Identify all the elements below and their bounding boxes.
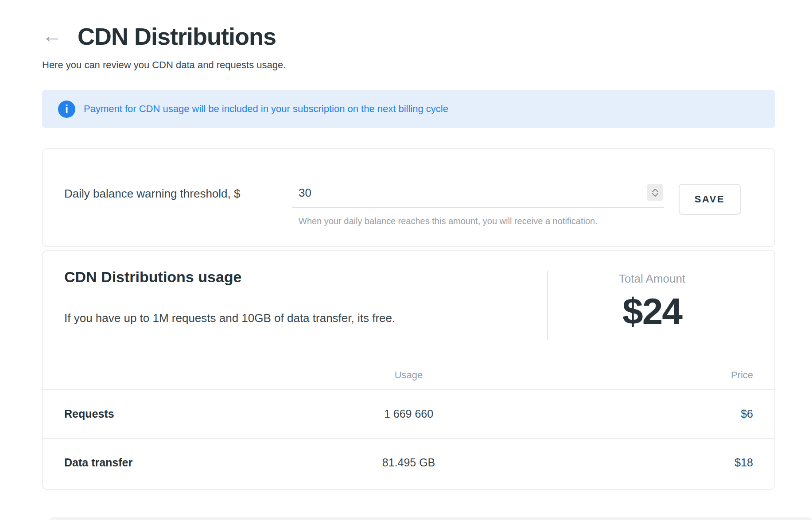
row-price: $6 bbox=[532, 407, 753, 420]
usage-table: Usage Price Requests 1 669 660 $6 Data t… bbox=[43, 361, 774, 486]
total-amount-value: $24 bbox=[548, 290, 756, 333]
save-button[interactable]: SAVE bbox=[679, 184, 741, 215]
page-header: ← CDN Distributions bbox=[42, 23, 775, 50]
threshold-input[interactable] bbox=[292, 183, 635, 200]
threshold-label: Daily balance warning threshold, $ bbox=[64, 187, 240, 201]
total-amount-label: Total Amount bbox=[548, 272, 756, 286]
threshold-input-wrapper bbox=[292, 183, 664, 208]
total-amount-block: Total Amount $24 bbox=[548, 272, 756, 333]
threshold-stepper[interactable] bbox=[647, 184, 663, 201]
threshold-hint: When your daily balance reaches this amo… bbox=[299, 216, 598, 226]
usage-card: CDN Distributions usage If you have up t… bbox=[42, 250, 775, 490]
table-header-row: Usage Price bbox=[43, 361, 774, 390]
page-subtitle: Here you can review you CDN data and req… bbox=[42, 59, 775, 71]
back-arrow-icon[interactable]: ← bbox=[42, 24, 62, 48]
header-usage: Usage bbox=[286, 369, 532, 381]
page-title: CDN Distributions bbox=[78, 23, 276, 50]
info-banner-text: Payment for CDN usage will be included i… bbox=[84, 103, 448, 115]
next-card-edge bbox=[50, 517, 812, 520]
info-icon: i bbox=[58, 101, 75, 118]
table-row: Data transfer 81.495 GB $18 bbox=[43, 439, 774, 486]
table-row: Requests 1 669 660 $6 bbox=[43, 390, 774, 439]
row-usage: 81.495 GB bbox=[286, 456, 532, 469]
row-name: Requests bbox=[64, 407, 286, 420]
stepper-up-icon[interactable] bbox=[652, 188, 659, 192]
row-name: Data transfer bbox=[64, 456, 286, 469]
usage-card-description: If you have up to 1M requests and 10GB o… bbox=[64, 311, 395, 325]
row-price: $18 bbox=[532, 456, 753, 469]
info-banner: i Payment for CDN usage will be included… bbox=[42, 90, 775, 128]
row-usage: 1 669 660 bbox=[286, 407, 532, 420]
header-price: Price bbox=[532, 369, 753, 381]
threshold-card: Daily balance warning threshold, $ SAVE … bbox=[42, 148, 775, 247]
stepper-down-icon[interactable] bbox=[652, 193, 659, 197]
page-container: ← CDN Distributions Here you can review … bbox=[42, 0, 775, 490]
usage-card-heading: CDN Distributions usage bbox=[64, 268, 241, 286]
